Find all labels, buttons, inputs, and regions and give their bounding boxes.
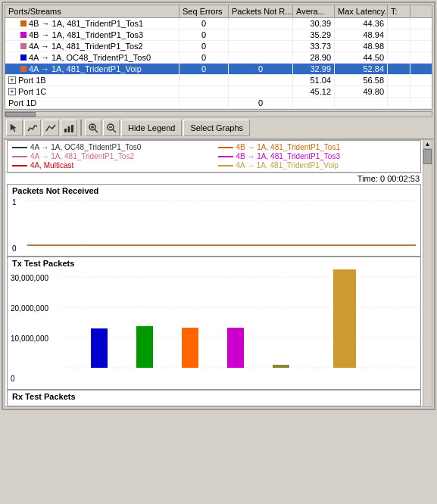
td-pnr: 0: [229, 98, 293, 108]
tool-zoom-in-btn[interactable]: [85, 120, 101, 136]
chart2-svg: [61, 269, 420, 381]
row-color-indicator: [20, 66, 27, 72]
v-scrollbar[interactable]: ▲: [423, 140, 432, 406]
td-avg: 45.12: [293, 86, 335, 97]
col-header-seq: Seq Errors: [179, 5, 229, 17]
chart2-y-label-30m: 30,000,000: [11, 274, 48, 282]
tool-bar-btn[interactable]: [61, 120, 77, 136]
chart1-title: Packets Not Received: [8, 185, 420, 195]
td-ports: 4A → 1A, OC48_TridentP1_Tos0: [5, 52, 179, 63]
td-pnr: 0: [229, 64, 293, 74]
chart-packets-not-received: Packets Not Received 1 0: [7, 184, 421, 257]
bar-chart-icon: [64, 123, 74, 133]
toolbar: Hide Legend Select Graphs: [3, 117, 434, 139]
col-header-ports: Ports/Streams: [5, 5, 179, 17]
td-t: [388, 75, 410, 86]
zoom-in-icon: [88, 123, 98, 133]
table-header: Ports/Streams Seq Errors Packets Not R..…: [5, 5, 432, 18]
chart1-y-min: 0: [12, 244, 17, 253]
chart3-title: Rx Test Packets: [8, 390, 420, 401]
td-ports: +Port 1C: [5, 86, 179, 97]
td-pnr: [229, 41, 293, 51]
td-pnr: [229, 52, 293, 63]
legend-label: 4A, Multicast: [30, 161, 73, 170]
legend-line-color: [12, 147, 27, 148]
main-container: Ports/Streams Seq Errors Packets Not R..…: [2, 2, 435, 410]
table-row[interactable]: Port 1D0: [5, 98, 432, 109]
td-ports: +Port 1B: [5, 75, 179, 86]
table-row[interactable]: 4B → 1A, 481_TridentP1_Tos3035.2948.94: [5, 30, 432, 41]
td-max: 48.94: [335, 30, 388, 40]
td-pnr: [229, 30, 293, 40]
ports-table: Ports/Streams Seq Errors Packets Not R..…: [5, 5, 432, 110]
col-header-avg: Avera...: [293, 5, 335, 17]
chart-line-icon: [45, 123, 56, 133]
row-label: 4B → 1A, 481_TridentP1_Tos1: [29, 19, 143, 28]
h-scrollbar[interactable]: [5, 111, 432, 117]
select-graphs-button[interactable]: Select Graphs: [183, 120, 250, 136]
legend-label: 4A → 1A, OC48_TridentP1_Tos0: [30, 143, 141, 151]
legend-item: 4B → 1A, 481_TridentP1_Tos3: [218, 152, 417, 160]
chart2-y-label-20m: 20,000,000: [11, 304, 48, 313]
bar-blue: [91, 328, 108, 368]
table-row[interactable]: 4B → 1A, 481_TridentP1_Tos1030.3944.36: [5, 18, 432, 30]
table-row[interactable]: +Port 1B51.0456.58: [5, 75, 432, 86]
tool-line-btn[interactable]: [42, 120, 59, 136]
svg-rect-3: [71, 125, 73, 132]
td-seq_errors: [179, 98, 229, 108]
hide-legend-button[interactable]: Hide Legend: [121, 120, 182, 136]
h-scrollbar-thumb[interactable]: [5, 112, 36, 117]
row-label: 4B → 1A, 481_TridentP1_Tos3: [29, 30, 143, 39]
td-ports: 4A → 1A, 481_TridentP1_Tos2: [5, 41, 179, 51]
bar-green: [136, 326, 153, 368]
chart2-y-label-0: 0: [11, 375, 15, 383]
chart-tx-test-packets: Tx Test Packets 30,000,000 20,000,000 10…: [7, 257, 421, 390]
svg-rect-1: [64, 129, 67, 132]
table-row[interactable]: 4A → 1A, 481_TridentP1_Voip0032.9952.84: [5, 64, 432, 75]
td-seq_errors: 0: [179, 64, 229, 74]
row-color-indicator: [20, 32, 27, 38]
table-row[interactable]: +Port 1C45.1249.80: [5, 86, 432, 98]
td-avg: 30.39: [293, 18, 335, 29]
v-scroll-thumb[interactable]: [423, 149, 432, 164]
chart2-title: Tx Test Packets: [8, 257, 420, 268]
expand-icon[interactable]: +: [8, 76, 16, 84]
td-max: 52.84: [335, 64, 388, 74]
bar-gold: [333, 269, 356, 368]
row-label: Port 1D: [8, 98, 36, 107]
toolbar-separator-1: [80, 120, 82, 136]
td-max: 49.80: [335, 86, 388, 97]
row-label: 4A → 1A, OC48_TridentP1_Tos0: [29, 53, 151, 62]
legend-item: 4A, Multicast: [12, 161, 211, 170]
td-pnr: [229, 18, 293, 29]
table-row[interactable]: 4A → 1A, OC48_TridentP1_Tos0028.9044.50: [5, 52, 432, 64]
svg-marker-0: [11, 124, 16, 132]
td-max: 44.36: [335, 18, 388, 29]
td-max: 48.98: [335, 41, 388, 51]
tool-zoom-out-btn[interactable]: [103, 120, 120, 136]
bar-orange: [182, 328, 198, 368]
legend-label: 4A → 1A, 481_TridentP1_Tos2: [30, 152, 134, 160]
v-scroll-up-btn[interactable]: ▲: [423, 140, 432, 149]
row-label: Port 1C: [18, 87, 46, 96]
expand-icon[interactable]: +: [8, 88, 16, 95]
svg-rect-2: [68, 126, 70, 132]
table-row[interactable]: 4A → 1A, 481_TridentP1_Tos2033.7348.98: [5, 41, 432, 52]
td-seq_errors: 0: [179, 18, 229, 29]
td-seq_errors: 0: [179, 30, 229, 40]
tool-select-btn[interactable]: [6, 120, 23, 136]
legend-label: 4B → 1A, 481_TridentP1_Tos1: [236, 143, 341, 151]
td-seq_errors: 0: [179, 41, 229, 51]
legend-line-color: [12, 165, 27, 166]
td-seq_errors: 0: [179, 52, 229, 63]
bar-magenta: [227, 328, 244, 368]
graph-content: 4A → 1A, OC48_TridentP1_Tos04B → 1A, 481…: [5, 140, 423, 406]
time-bar: Time: 0 00:02:53: [5, 173, 423, 184]
graph-inner: 4A → 1A, OC48_TridentP1_Tos04B → 1A, 481…: [5, 140, 432, 406]
legend-line-color: [218, 165, 233, 166]
td-max: 56.58: [335, 75, 388, 86]
legend-item: 4A → 1A, 481_TridentP1_Tos2: [12, 152, 211, 160]
td-ports: 4B → 1A, 481_TridentP1_Tos3: [5, 30, 179, 40]
tool-graph-btn[interactable]: [24, 120, 41, 136]
row-label: 4A → 1A, 481_TridentP1_Tos2: [29, 42, 143, 51]
